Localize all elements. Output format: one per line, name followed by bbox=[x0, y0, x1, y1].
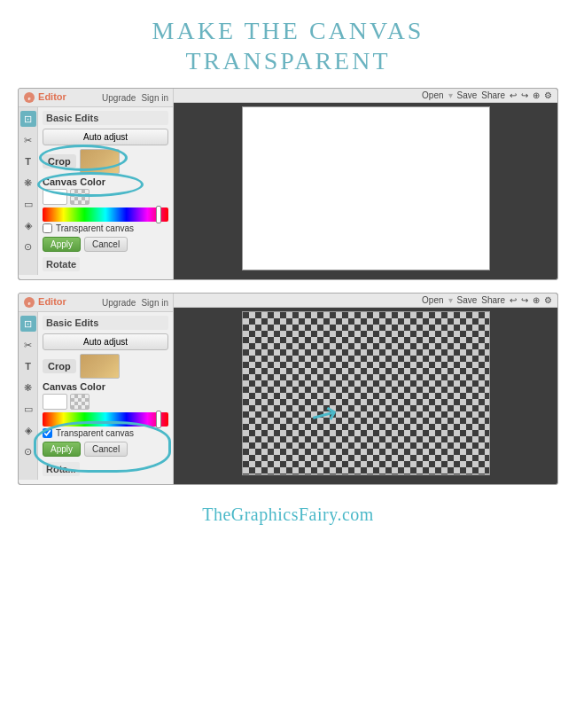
text-tool-icon-2[interactable]: T bbox=[20, 358, 36, 374]
crop-label-1[interactable]: Crop bbox=[43, 154, 76, 168]
editor-toplinks-2: Upgrade Sign in bbox=[102, 298, 168, 308]
color-swatch-row-1 bbox=[43, 189, 168, 205]
apply-btn-2[interactable]: Apply bbox=[43, 442, 81, 457]
spectrum-handle-2[interactable] bbox=[156, 411, 161, 428]
white-swatch-1[interactable] bbox=[43, 189, 67, 205]
panel2-wrap: e Editor Upgrade Sign in ⊡ ✂ T ❋ ▭ bbox=[19, 294, 557, 484]
auto-adjust-btn-2[interactable]: Auto adjust bbox=[43, 333, 168, 350]
effects-tool-icon[interactable]: ⊙ bbox=[20, 239, 36, 254]
paint-tool-icon[interactable]: ◈ bbox=[20, 217, 36, 233]
zoom-icon[interactable]: ⊕ bbox=[533, 90, 540, 100]
transparent-label-1: Transparent canvas bbox=[56, 223, 134, 233]
crop-row-1: Crop bbox=[43, 149, 168, 174]
action-buttons-2: Apply Cancel bbox=[43, 442, 168, 457]
canvas-color-label-2: Canvas Color bbox=[43, 381, 168, 392]
editor-topbar-1: e Editor Upgrade Sign in bbox=[19, 89, 173, 107]
page-title: MAKE THE CANVAS TRANSPARENT bbox=[152, 16, 424, 75]
editor-logo-1: e Editor bbox=[23, 91, 66, 104]
screenshot-panel-1: e Editor Upgrade Sign in ⊡ ✂ T ❋ ▭ bbox=[18, 88, 558, 280]
open-btn-1[interactable]: Open bbox=[422, 90, 443, 100]
crop-tool-icon[interactable]: ⊡ bbox=[20, 111, 36, 127]
editor-left-icons-1: ⊡ ✂ T ❋ ▭ ◈ ⊙ bbox=[19, 107, 38, 275]
effects-tool-icon-2[interactable]: ⊙ bbox=[20, 443, 36, 459]
spectrum-handle-1[interactable] bbox=[156, 206, 161, 223]
footer: TheGraphicsFairy.com bbox=[202, 505, 374, 525]
shape-tool-icon-2[interactable]: ❋ bbox=[20, 380, 36, 395]
auto-adjust-btn-1[interactable]: Auto adjust bbox=[43, 129, 168, 145]
rect-tool-icon[interactable]: ▭ bbox=[20, 196, 36, 212]
transparent-label-2: Transparent canvas bbox=[56, 428, 134, 438]
rect-tool-icon-2[interactable]: ▭ bbox=[20, 401, 36, 417]
crop-tool-icon-2[interactable]: ⊡ bbox=[20, 316, 36, 332]
white-swatch-2[interactable] bbox=[43, 394, 67, 410]
screenshot-panel-2: e Editor Upgrade Sign in ⊡ ✂ T ❋ ▭ bbox=[18, 293, 558, 485]
rotate-label-2: Rota... bbox=[43, 462, 80, 476]
save-btn-1[interactable]: Save bbox=[457, 90, 478, 100]
crop-label-2[interactable]: Crop bbox=[43, 359, 76, 373]
editor-panel-2: Basic Edits Auto adjust Crop Canvas Colo… bbox=[38, 312, 173, 480]
grid-swatch-1[interactable] bbox=[70, 189, 90, 205]
svg-text:e: e bbox=[27, 95, 30, 102]
checker-canvas-2 bbox=[242, 311, 490, 475]
crop-thumb-1 bbox=[80, 149, 120, 174]
cancel-btn-2[interactable]: Cancel bbox=[84, 442, 128, 457]
color-spectrum-2[interactable] bbox=[43, 412, 168, 427]
canvas-color-section-2: Canvas Color bbox=[43, 381, 168, 392]
color-swatch-row-2 bbox=[43, 394, 168, 410]
transparent-checkbox-1[interactable] bbox=[43, 223, 52, 233]
panel1-wrap: e Editor Upgrade Sign in ⊡ ✂ T ❋ ▭ bbox=[19, 89, 557, 279]
selection-tool-icon[interactable]: ✂ bbox=[20, 132, 36, 148]
grid-swatch-2[interactable] bbox=[70, 394, 90, 410]
editor-logo-2: e Editor bbox=[23, 296, 66, 309]
rotate-label-1: Rotate bbox=[43, 257, 80, 271]
editor-sidebar-1: e Editor Upgrade Sign in ⊡ ✂ T ❋ ▭ bbox=[19, 89, 174, 279]
footer-text: TheGraphicsFairy.com bbox=[202, 505, 374, 524]
transparent-checkbox-row-1: Transparent canvas bbox=[43, 223, 168, 233]
cancel-btn-1[interactable]: Cancel bbox=[84, 237, 128, 252]
editor-sidebar-2: e Editor Upgrade Sign in ⊡ ✂ T ❋ ▭ bbox=[19, 294, 174, 484]
apply-btn-1[interactable]: Apply bbox=[43, 237, 81, 252]
editor-toplinks-1: Upgrade Sign in bbox=[102, 93, 168, 103]
paint-tool-icon-2[interactable]: ◈ bbox=[20, 422, 36, 438]
transparent-checkbox-2[interactable] bbox=[43, 428, 52, 438]
color-spectrum-1[interactable] bbox=[43, 207, 168, 222]
editor-tools-row-1: ⊡ ✂ T ❋ ▭ ◈ ⊙ Basic Edits Auto adjust Cr… bbox=[19, 107, 173, 275]
action-buttons-1: Apply Cancel bbox=[43, 237, 168, 252]
transparent-checkbox-container-2: Transparent canvas Apply Cancel bbox=[43, 428, 168, 457]
canvas-toolbar-1: Open ▾ Save Share ↩ ↪ ⊕ ⚙ bbox=[174, 89, 557, 103]
text-tool-icon[interactable]: T bbox=[20, 153, 36, 169]
svg-text:e: e bbox=[27, 300, 30, 307]
editor-panel-1: Basic Edits Auto adjust Crop Canvas Colo… bbox=[38, 107, 173, 275]
selection-tool-icon-2[interactable]: ✂ bbox=[20, 337, 36, 353]
redo-icon[interactable]: ↪ bbox=[521, 90, 528, 100]
canvas-color-section-1: Canvas Color bbox=[43, 176, 168, 187]
transparent-checkbox-row-2: Transparent canvas bbox=[43, 428, 168, 438]
basic-edits-title-1: Basic Edits bbox=[43, 111, 168, 125]
white-canvas-1 bbox=[242, 106, 490, 270]
undo-icon[interactable]: ↩ bbox=[510, 90, 517, 100]
basic-edits-title-2: Basic Edits bbox=[43, 316, 168, 330]
crop-row-2: Crop bbox=[43, 354, 168, 379]
canvas-toolbar-right-1: Open ▾ Save Share ↩ ↪ ⊕ ⚙ bbox=[422, 90, 552, 100]
editor-tools-row-2: ⊡ ✂ T ❋ ▭ ◈ ⊙ Basic Edits Auto adjust Cr… bbox=[19, 312, 173, 480]
editor-left-icons-2: ⊡ ✂ T ❋ ▭ ◈ ⊙ bbox=[19, 312, 38, 480]
canvas-right-area-1 bbox=[174, 89, 557, 279]
editor-topbar-2: e Editor Upgrade Sign in bbox=[19, 294, 173, 312]
share-btn-1[interactable]: Share bbox=[481, 90, 505, 100]
settings-icon[interactable]: ⚙ bbox=[544, 90, 552, 100]
crop-thumb-2 bbox=[80, 354, 120, 379]
canvas-right-area-2: ↗ bbox=[174, 294, 557, 484]
shape-tool-icon[interactable]: ❋ bbox=[20, 175, 36, 191]
canvas-color-label-1: Canvas Color bbox=[43, 176, 168, 187]
